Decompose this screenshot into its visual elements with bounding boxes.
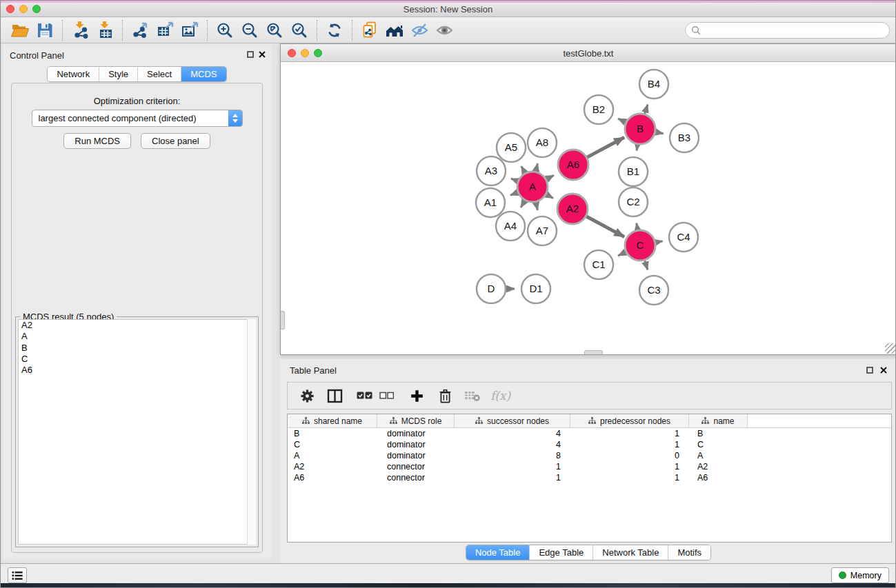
table-row[interactable]: A2connector11A2 — [288, 461, 891, 472]
graph-edge-B-B3[interactable] — [656, 132, 664, 134]
graph-node-B1[interactable]: B1 — [619, 157, 648, 186]
table-cell[interactable]: A — [288, 450, 377, 461]
table-row[interactable]: A6connector11A6 — [288, 472, 891, 483]
network-canvas[interactable]: A5A8A6A3AA1A4A7A2B2B4BB3B1C2CC4C1C3DD1 — [281, 62, 896, 354]
graph-node-A6[interactable]: A6 — [558, 150, 588, 180]
open-file-button[interactable] — [8, 19, 32, 41]
table-cell[interactable]: 8 — [455, 450, 570, 461]
criterion-dropdown[interactable]: largest connected component (directed) — [32, 110, 243, 127]
import-table-button[interactable] — [92, 19, 117, 41]
column-header-successor-nodes[interactable]: successor nodes — [455, 414, 570, 427]
task-history-button[interactable] — [8, 567, 27, 583]
close-panel-icon[interactable] — [258, 50, 266, 59]
table-settings-button[interactable] — [299, 388, 315, 404]
mcds-result-item[interactable]: A — [19, 331, 255, 342]
graph-edge-B-B4[interactable] — [645, 105, 648, 114]
home-view-button[interactable] — [382, 19, 407, 41]
tab-motifs[interactable]: Motifs — [668, 545, 710, 560]
graph-edge-B-B1[interactable] — [637, 145, 637, 151]
mcds-result-item[interactable]: A2 — [19, 320, 255, 331]
graph-node-C4[interactable]: C4 — [669, 223, 698, 252]
close-panel-button[interactable]: Close panel — [141, 133, 210, 149]
import-network-button[interactable] — [68, 19, 92, 41]
graph-edge-A-A8[interactable] — [536, 163, 537, 171]
graph-edge-A-A5[interactable] — [521, 166, 525, 173]
graph-node-A1[interactable]: A1 — [476, 188, 505, 217]
table-row[interactable]: Cdominator41C — [288, 439, 891, 450]
zoom-out-button[interactable] — [237, 19, 262, 41]
table-cell[interactable]: 4 — [455, 439, 570, 450]
table-cell[interactable]: B — [689, 428, 748, 439]
select-all-button[interactable] — [357, 391, 372, 401]
table-cell[interactable]: dominator — [377, 450, 455, 461]
zoom-fit-button[interactable] — [262, 19, 287, 41]
tab-style[interactable]: Style — [99, 67, 137, 81]
table-cell[interactable]: 1 — [570, 461, 689, 472]
graph-node-A5[interactable]: A5 — [497, 133, 526, 162]
tab-network[interactable]: Network — [48, 67, 99, 81]
graph-edge-A6-B[interactable] — [587, 137, 624, 157]
memory-button[interactable]: Memory — [831, 567, 889, 583]
graph-node-C1[interactable]: C1 — [584, 250, 613, 279]
mcds-result-list[interactable]: A2ABCA6 — [18, 319, 256, 545]
table-row[interactable]: Adominator80A — [288, 450, 891, 461]
run-mcds-button[interactable]: Run MCDS — [63, 133, 131, 149]
column-header-name[interactable]: name — [689, 414, 748, 427]
graph-node-C2[interactable]: C2 — [619, 187, 648, 216]
table-cell[interactable]: A — [689, 450, 748, 461]
bird-view-grip[interactable] — [281, 311, 285, 330]
table-cell[interactable]: 1 — [570, 439, 689, 450]
graph-edge-A-A1[interactable] — [510, 192, 517, 195]
graph-edge-C-C3[interactable] — [645, 261, 648, 270]
function-builder-button[interactable]: f(x) — [490, 388, 516, 403]
graph-node-C[interactable]: C — [625, 230, 655, 261]
table-cell[interactable]: connector — [377, 461, 455, 472]
delete-columns-button[interactable] — [438, 388, 452, 404]
graph-node-A3[interactable]: A3 — [477, 156, 506, 185]
graph-node-A2[interactable]: A2 — [557, 194, 588, 224]
refresh-button[interactable] — [322, 19, 347, 41]
table-cell[interactable]: A6 — [288, 472, 377, 483]
graph-node-A8[interactable]: A8 — [528, 128, 557, 157]
column-header-mcds-role[interactable]: MCDS role — [377, 414, 455, 427]
graph-edge-A-A4[interactable] — [521, 201, 525, 207]
close-table-panel-icon[interactable] — [879, 366, 888, 374]
tab-mcds[interactable]: MCDS — [181, 67, 226, 81]
mcds-result-item[interactable]: B — [19, 343, 255, 354]
mcds-result-item[interactable]: A6 — [19, 365, 255, 376]
graph-edge-A2-C[interactable] — [586, 216, 624, 237]
search-input[interactable] — [704, 26, 889, 36]
resize-grip-icon[interactable] — [885, 343, 895, 354]
table-cell[interactable]: A2 — [288, 461, 377, 472]
show-columns-button[interactable] — [327, 389, 343, 403]
table-cell[interactable]: C — [288, 439, 377, 450]
graph-edge-B-B2[interactable] — [618, 119, 626, 122]
mcds-list-scrollbar[interactable] — [247, 319, 256, 545]
column-header-shared-name[interactable]: shared name — [288, 414, 377, 427]
graph-edge-A-A7[interactable] — [536, 202, 537, 210]
table-cell[interactable]: B — [288, 428, 377, 439]
float-table-panel-icon[interactable] — [866, 366, 874, 374]
hide-graphics-details-button[interactable] — [407, 19, 432, 41]
save-session-button[interactable] — [32, 19, 57, 41]
table-row[interactable]: Bdominator41B — [288, 428, 891, 439]
export-table-button[interactable] — [152, 19, 177, 41]
graph-edge-A-A2[interactable] — [546, 194, 553, 198]
column-header-predecessor-nodes[interactable]: predecessor nodes — [570, 414, 689, 427]
graph-node-A[interactable]: A — [517, 172, 548, 202]
graph-node-B2[interactable]: B2 — [584, 95, 613, 124]
table-cell[interactable]: 1 — [570, 428, 689, 439]
graph-node-B4[interactable]: B4 — [639, 70, 668, 99]
deselect-all-button[interactable] — [379, 392, 394, 400]
float-panel-icon[interactable] — [246, 50, 255, 59]
graph-node-B[interactable]: B — [625, 114, 655, 144]
table-cell[interactable]: dominator — [377, 439, 455, 450]
graph-edge-A-A6[interactable] — [546, 175, 554, 179]
add-column-button[interactable] — [410, 389, 424, 403]
network-graph[interactable]: A5A8A6A3AA1A4A7A2B2B4BB3B1C2CC4C1C3DD1 — [281, 62, 896, 354]
table-cell[interactable]: dominator — [377, 428, 455, 439]
table-cell[interactable]: C — [689, 439, 748, 450]
bottom-panel-grip[interactable] — [584, 350, 603, 354]
zoom-selected-button[interactable] — [287, 19, 312, 41]
table-cell[interactable]: 1 — [455, 472, 570, 483]
